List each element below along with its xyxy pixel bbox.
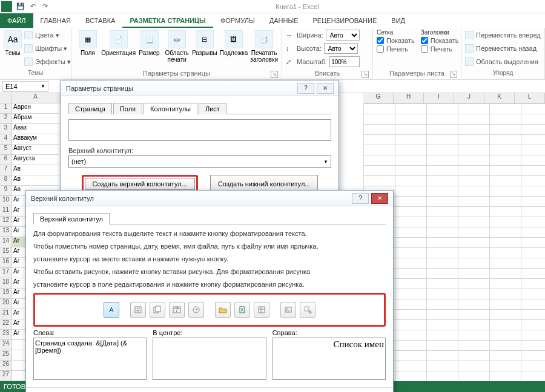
format-picture-icon[interactable] — [300, 302, 315, 318]
header-preview — [68, 119, 331, 141]
sheetname-icon[interactable] — [254, 302, 269, 318]
row-header[interactable]: 2 — [0, 114, 12, 124]
row-header[interactable]: 4 — [0, 134, 12, 145]
cell[interactable]: Аввакум — [12, 134, 59, 145]
grid-show-check[interactable]: Показать — [377, 37, 415, 44]
printtitles-button[interactable]: 📑Печатать заголовки — [250, 29, 278, 64]
format-text-icon[interactable]: A — [104, 302, 119, 318]
theme-colors[interactable]: Цвета ▾ — [24, 29, 71, 41]
date-icon[interactable]: 7 — [169, 302, 185, 318]
row-header[interactable]: 24 — [0, 340, 12, 350]
tab-review[interactable]: РЕЦЕНЗИРОВАНИЕ — [306, 13, 385, 28]
printarea-button[interactable]: ▭Область печати — [164, 29, 190, 64]
width-combo[interactable]: Авто — [326, 30, 360, 41]
sheetopts-launcher[interactable]: ↘ — [450, 71, 457, 78]
col-header[interactable]: I — [424, 93, 454, 103]
row-header[interactable]: 18 — [0, 278, 12, 289]
tab-page[interactable]: Страница — [68, 103, 112, 114]
grid-print-check[interactable]: Печать — [377, 45, 415, 53]
head-show-check[interactable]: Показать — [421, 37, 459, 44]
help-button[interactable]: ? — [352, 193, 369, 204]
undo-icon[interactable]: ↶ — [27, 1, 39, 13]
left-section-input[interactable]: Страница создана: &[Дата] (&[Время]) — [33, 338, 147, 380]
row-header[interactable]: 9 — [0, 186, 12, 196]
row-header[interactable]: 10 — [0, 196, 12, 206]
scale-input[interactable] — [329, 56, 360, 67]
col-header[interactable]: G — [363, 93, 394, 103]
page-number-icon[interactable]: # — [130, 302, 146, 318]
cell[interactable]: Аарон — [12, 103, 59, 114]
cell[interactable]: Ав — [12, 175, 59, 186]
row-header[interactable]: 17 — [0, 268, 12, 278]
pagesetup-launcher[interactable]: ↘ — [271, 71, 278, 78]
col-header[interactable]: J — [454, 93, 484, 103]
row-header[interactable]: 7 — [0, 165, 12, 175]
theme-fonts[interactable]: Шрифты ▾ — [24, 42, 71, 54]
col-header[interactable]: K — [484, 93, 515, 103]
right-section-input[interactable]: Список имен — [272, 338, 386, 380]
cell[interactable]: Абрам — [12, 114, 59, 124]
row-header[interactable]: 16 — [0, 258, 12, 268]
row-header[interactable]: 22 — [0, 319, 12, 330]
row-header[interactable]: 5 — [0, 145, 12, 155]
row-header[interactable]: 14 — [0, 237, 12, 247]
row-header[interactable]: 8 — [0, 175, 12, 186]
background-button[interactable]: 🖼Подложка — [220, 29, 248, 57]
row-header[interactable]: 6 — [0, 155, 12, 165]
cell[interactable]: Ав — [12, 165, 59, 175]
cell[interactable]: Август — [12, 145, 59, 155]
head-print-check[interactable]: Печать — [421, 45, 459, 53]
cell[interactable]: Августа — [12, 155, 59, 165]
tab-data[interactable]: ДАННЫЕ — [262, 13, 306, 28]
row-header[interactable]: 1 — [0, 103, 12, 114]
tab-view[interactable]: ВИД — [384, 13, 412, 28]
redo-icon[interactable]: ↷ — [39, 1, 51, 13]
row-header[interactable]: 15 — [0, 247, 12, 258]
row-header[interactable]: 3 — [0, 124, 12, 134]
time-icon[interactable] — [188, 302, 204, 318]
center-section-input[interactable] — [153, 338, 266, 380]
col-header[interactable]: L — [515, 93, 545, 103]
height-combo[interactable]: Авто — [324, 43, 358, 54]
row-header[interactable]: 21 — [0, 309, 12, 319]
row-header[interactable]: 13 — [0, 227, 12, 237]
breaks-button[interactable]: ⊟Разрывы — [192, 29, 217, 57]
tab-header[interactable]: Верхний колонтитул — [33, 213, 110, 224]
filename-icon[interactable]: x — [234, 302, 250, 318]
tab-home[interactable]: ГЛАВНАЯ — [33, 13, 78, 28]
row-header[interactable]: 20 — [0, 299, 12, 309]
cell[interactable]: Аваз — [12, 124, 59, 134]
row-header[interactable]: 12 — [0, 217, 12, 227]
close-button[interactable]: ✕ — [317, 83, 334, 94]
orientation-button[interactable]: 📄Ориентация — [103, 29, 134, 57]
col-header[interactable]: A — [12, 93, 59, 103]
tab-insert[interactable]: ВСТАВКА — [78, 13, 122, 28]
tab-margins[interactable]: Поля — [113, 103, 142, 114]
tab-sheet[interactable]: Лист — [199, 103, 226, 114]
row-header[interactable]: 19 — [0, 289, 12, 299]
name-box[interactable]: E14▼ — [2, 81, 48, 92]
theme-effects[interactable]: Эффекты ▾ — [24, 56, 71, 68]
pages-count-icon[interactable] — [150, 302, 165, 318]
create-header-button[interactable]: Создать верхний колонтитул... — [85, 178, 195, 190]
col-header[interactable]: H — [394, 93, 424, 103]
row-header[interactable]: 26 — [0, 361, 12, 371]
row-header[interactable]: 11 — [0, 206, 12, 217]
insert-picture-icon[interactable] — [280, 302, 296, 318]
size-button[interactable]: 📃Размер — [137, 29, 162, 57]
row-header[interactable]: 27 — [0, 371, 12, 381]
themes-button[interactable]: Aa Темы — [4, 29, 22, 57]
save-icon[interactable]: 💾 — [15, 1, 27, 13]
row-header[interactable]: 25 — [0, 350, 12, 361]
help-button[interactable]: ? — [297, 83, 314, 94]
scale-launcher[interactable]: ↘ — [362, 71, 369, 78]
header-select[interactable]: (нет)▼ — [68, 155, 331, 168]
tab-pagelayout[interactable]: РАЗМЕТКА СТРАНИЦЫ — [122, 13, 213, 28]
tab-formulas[interactable]: ФОРМУЛЫ — [213, 13, 262, 28]
filepath-icon[interactable] — [215, 302, 231, 318]
tab-headerfooter[interactable]: Колонтитулы — [144, 103, 197, 114]
tab-file[interactable]: ФАЙЛ — [0, 13, 33, 28]
margins-button[interactable]: ▦Поля — [75, 29, 101, 57]
row-header[interactable]: 23 — [0, 330, 12, 340]
close-button[interactable]: ✕ — [371, 193, 388, 204]
